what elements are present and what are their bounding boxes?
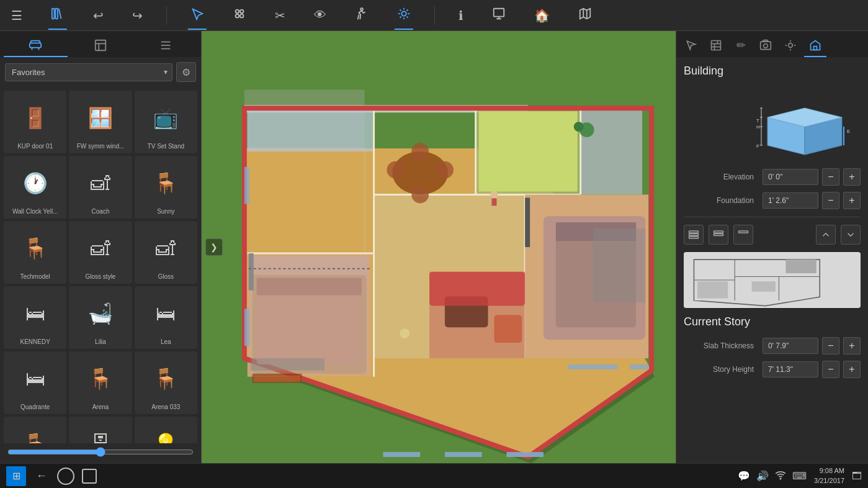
rp-lighting-tab[interactable] [779, 35, 802, 57]
svg-point-4 [236, 14, 239, 17]
size-slider[interactable] [7, 447, 194, 457]
keyboard-icon[interactable]: ⌨ [792, 470, 807, 482]
left-panel-search: Favorites All Bedroom Kitchen Living Roo… [0, 57, 201, 87]
svg-rect-65 [525, 197, 530, 247]
elevation-increment[interactable]: + [843, 168, 861, 186]
rp-camera-tab[interactable] [754, 35, 777, 57]
slab-decrement[interactable]: − [822, 337, 839, 355]
item-label-wall-clock: Wall Clock Yell... [12, 208, 58, 215]
multitask-button[interactable] [82, 469, 97, 484]
right-panel: ✏ Building [676, 31, 868, 463]
svg-rect-80 [383, 452, 421, 457]
svg-point-93 [789, 43, 793, 48]
list-tab[interactable] [133, 35, 197, 57]
rp-select-tab[interactable] [680, 35, 702, 57]
start-button[interactable]: ⊞ [6, 466, 26, 486]
group-icon[interactable] [228, 4, 251, 26]
item-gloss-style[interactable]: 🛋Gloss style [69, 221, 132, 284]
svg-text:T: T [756, 118, 759, 124]
item-label-lilia: Lilia [95, 338, 106, 345]
left-panel-tabs [0, 31, 201, 57]
sun-icon[interactable] [392, 4, 416, 26]
floor-plan-view[interactable] [202, 31, 676, 463]
category-select-wrapper: Favorites All Bedroom Kitchen Living Roo… [5, 63, 172, 81]
left-panel: Favorites All Bedroom Kitchen Living Roo… [0, 31, 202, 463]
foundation-input[interactable] [763, 192, 818, 209]
svg-rect-113 [689, 231, 699, 233]
svg-point-73 [574, 122, 584, 132]
rp-home-tab[interactable] [804, 35, 826, 57]
map-icon[interactable] [573, 4, 597, 26]
item-techmodel[interactable]: 🪑Techmodel [4, 221, 66, 284]
svg-rect-82 [506, 452, 544, 457]
elevation-label: Elevation [684, 173, 759, 181]
eye-icon[interactable]: 👁 [309, 6, 331, 25]
item-quadrante[interactable]: 🛏Quadrante [4, 351, 66, 414]
item-shelf[interactable]: 🗄Shelf [69, 417, 132, 443]
floor-up-button[interactable] [816, 225, 836, 245]
scissor-icon[interactable]: ✂ [270, 6, 290, 25]
item-arena-033[interactable]: 🪑Arena 033 [135, 351, 197, 414]
item-coach[interactable]: 🛋Coach [69, 156, 132, 219]
home-icon[interactable]: 🏠 [529, 6, 555, 25]
item-lilia[interactable]: 🛁Lilia [69, 286, 132, 349]
rp-edit-tab[interactable]: ✏ [730, 35, 752, 57]
item-gloss[interactable]: 🛋Gloss [135, 221, 197, 284]
floor-plan-thumbnail[interactable] [684, 252, 861, 308]
floor-down-button[interactable] [841, 225, 861, 245]
item-chair-wood[interactable]: 🪑Chair [4, 417, 66, 443]
walk-icon[interactable] [350, 4, 374, 26]
elevation-input[interactable] [763, 169, 818, 185]
item-fw-symm-wind[interactable]: 🪟FW symm wind... [69, 91, 132, 153]
svg-rect-79 [630, 364, 648, 369]
export-icon[interactable] [487, 4, 511, 26]
svg-rect-59 [494, 315, 522, 343]
library-icon[interactable] [46, 4, 69, 26]
svg-rect-127 [785, 260, 816, 273]
story-height-input[interactable] [763, 361, 818, 377]
select-icon[interactable] [186, 4, 209, 26]
settings-button[interactable]: ⚙ [176, 62, 196, 82]
volume-icon[interactable]: 🔊 [756, 470, 769, 482]
slab-thickness-input[interactable] [763, 338, 818, 354]
svg-point-55 [436, 161, 454, 179]
category-select[interactable]: Favorites All Bedroom Kitchen Living Roo… [5, 63, 172, 81]
slab-increment[interactable]: + [843, 337, 861, 355]
building-preview: T H F E [684, 86, 854, 161]
back-button[interactable]: ← [34, 469, 50, 482]
item-thumb-gloss-style: 🛋 [77, 225, 124, 272]
story-increment[interactable]: + [843, 361, 861, 378]
furniture-tab[interactable] [4, 35, 68, 57]
item-wall-clock[interactable]: 🕐Wall Clock Yell... [4, 156, 66, 219]
foundation-increment[interactable]: + [843, 192, 861, 209]
notification-button[interactable]: 🗔 [852, 471, 862, 482]
item-lamp[interactable]: 💡Lamp [135, 417, 197, 443]
svg-text:F: F [756, 143, 759, 149]
floor-option2-button[interactable] [709, 225, 728, 245]
foundation-decrement[interactable]: − [822, 192, 839, 209]
canvas-expand-button[interactable]: ❯ [205, 238, 223, 256]
home-button[interactable] [57, 468, 74, 485]
item-tv-set-stand[interactable]: 📺TV Set Stand [135, 91, 197, 153]
redo-icon[interactable]: ↪ [127, 6, 148, 25]
system-icons: 💬 🔊 ⌨ [738, 469, 807, 483]
story-decrement[interactable]: − [822, 361, 839, 378]
item-lea[interactable]: 🛏Lea [135, 286, 197, 349]
elevation-decrement[interactable]: − [822, 168, 839, 186]
design-tab[interactable] [69, 35, 133, 57]
item-sunny[interactable]: 🪑Sunny [135, 156, 197, 219]
info-icon[interactable]: ℹ [454, 6, 468, 25]
wifi-icon[interactable] [775, 469, 786, 483]
item-kup-door[interactable]: 🚪KUP door 01 [4, 91, 66, 153]
item-kennedy[interactable]: 🛏KENNEDY [4, 286, 66, 349]
svg-point-5 [240, 14, 244, 17]
item-arena[interactable]: 🪑Arena [69, 351, 132, 414]
floor-add-button[interactable] [684, 225, 704, 245]
floor-option3-button[interactable] [733, 225, 753, 245]
rp-wall-tab[interactable] [705, 35, 727, 57]
svg-point-2 [236, 10, 239, 13]
elevation-row: Elevation − + [684, 168, 861, 186]
chat-icon[interactable]: 💬 [738, 470, 750, 482]
undo-icon[interactable]: ↩ [88, 6, 109, 25]
menu-icon[interactable]: ☰ [6, 6, 27, 25]
